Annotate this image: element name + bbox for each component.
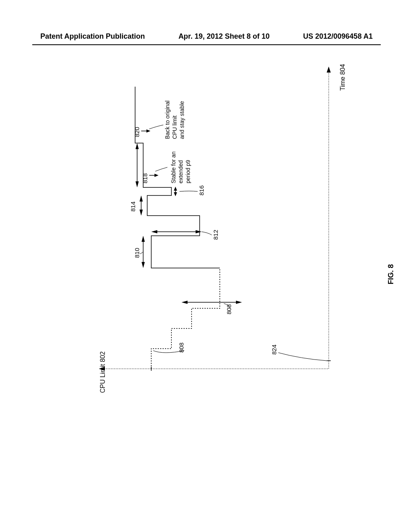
- x-axis-arrow: [327, 66, 331, 73]
- ref-820: 820: [133, 127, 140, 137]
- arrow-810-l: [142, 262, 145, 268]
- note-stable-line1: Stable for an: [170, 152, 177, 183]
- header-right: US 2012/0096458 A1: [303, 32, 373, 41]
- arrow-812-down: [196, 230, 202, 233]
- ref-824: 824: [271, 345, 277, 355]
- note-back-line1: Back to original: [164, 100, 171, 139]
- arrow-814-r: [140, 195, 143, 202]
- leader-810: [140, 252, 143, 254]
- header-divider: [32, 44, 381, 45]
- leader-824: [278, 353, 327, 361]
- ref-814: 814: [129, 202, 136, 212]
- x-axis-label: Time 804: [339, 64, 346, 91]
- ref-818: 818: [142, 173, 148, 183]
- arrow-808-down: [236, 301, 242, 304]
- chart-svg: CPU Limit 802 Time 804 808 824 808 810: [71, 50, 353, 393]
- arrow-818: [154, 174, 159, 177]
- note-stable-line2: extended: [177, 160, 184, 183]
- arrow-818-r: [136, 143, 139, 149]
- ref-816: 816: [198, 185, 205, 195]
- arrow-812-up: [151, 230, 157, 233]
- page-header: Patent Application Publication Apr. 19, …: [0, 32, 413, 41]
- step-line-1: [151, 268, 220, 369]
- leader-812: [202, 232, 212, 235]
- note-back-line3: and stay stable: [179, 101, 185, 139]
- leader-820-curve: [149, 125, 163, 129]
- ref-810: 810: [133, 248, 140, 258]
- figure-container: CPU Limit 802 Time 804 808 824 808 810: [71, 50, 353, 393]
- arrow-810-r: [142, 236, 145, 242]
- ref-812: 812: [212, 230, 219, 240]
- note-stable-line3: period p9: [185, 160, 191, 183]
- arrow-816-r: [174, 187, 177, 191]
- arrow-816-l: [174, 192, 177, 196]
- header-center: Apr. 19, 2012 Sheet 8 of 10: [178, 32, 269, 41]
- leader-818-curve: [155, 167, 167, 171]
- note-back-line2: CPU limit: [171, 116, 178, 139]
- leader-816: [179, 191, 198, 191]
- arrow-820: [146, 129, 150, 133]
- header-left: Patent Application Publication: [40, 32, 145, 41]
- y-axis-label: CPU Limit 802: [99, 351, 106, 393]
- arrow-818-l: [136, 181, 139, 187]
- arrow-814-l: [140, 210, 143, 216]
- arrow-808-up: [181, 301, 188, 304]
- figure-label: FIG. 8: [386, 264, 395, 284]
